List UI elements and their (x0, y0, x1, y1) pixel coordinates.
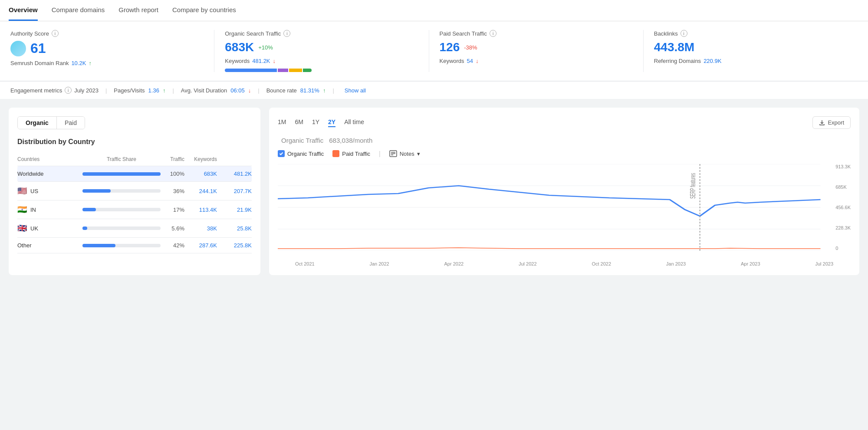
show-all-link[interactable]: Show all (345, 87, 366, 94)
separator-3: | (258, 87, 259, 94)
keyword-bar-1 (225, 69, 277, 72)
tab-overview[interactable]: Overview (9, 0, 38, 21)
authority-score-card: Authority Score i 61 Semrush Domain Rank… (10, 30, 214, 72)
arrow-down-icon-2: ↓ (476, 58, 479, 64)
paid-line (278, 248, 821, 249)
metrics-bar: Authority Score i 61 Semrush Domain Rank… (0, 21, 868, 81)
authority-score-sub: Semrush Domain Rank 10.2K ↑ (10, 60, 204, 66)
table-row-other[interactable]: Other 42% 287.6K 225.8K (17, 238, 252, 253)
toggle-paid[interactable]: Paid (57, 117, 85, 129)
legend-separator: | (379, 150, 381, 157)
main-content: Organic Paid Distribution by Country Cou… (0, 99, 868, 284)
bar-us (82, 189, 161, 193)
separator-2: | (172, 87, 174, 94)
backlinks-label: Backlinks i (654, 30, 847, 37)
time-tabs: 1M 6M 1Y 2Y All time (278, 118, 364, 127)
backlinks-value: 443.8M (654, 40, 847, 54)
score-circle-icon (10, 41, 26, 56)
backlinks-card: Backlinks i 443.8M Referring Domains 220… (644, 30, 858, 72)
chart-svg: SERP features (278, 164, 851, 251)
notes-button[interactable]: Notes ▾ (389, 150, 420, 157)
time-tab-1y[interactable]: 1Y (312, 118, 319, 127)
country-uk: 🇬🇧 UK (17, 223, 82, 233)
pages-visits-arrow: ↑ (163, 87, 166, 94)
engagement-bar: Engagement metrics i July 2023 | Pages/V… (0, 81, 868, 99)
backlinks-info-icon[interactable]: i (681, 30, 687, 37)
distribution-title: Distribution by Country (17, 138, 252, 146)
keyword-distribution-bars (225, 69, 312, 72)
left-panel: Organic Paid Distribution by Country Cou… (9, 108, 260, 275)
chart-title: Organic Traffic 683,038/month (278, 136, 851, 145)
toggle-organic[interactable]: Organic (18, 117, 57, 129)
authority-info-icon[interactable]: i (52, 30, 59, 37)
table-header: Countries Traffic Share Traffic Keywords (17, 153, 252, 166)
organic-line (278, 186, 821, 216)
table-row-us[interactable]: 🇺🇸 US 36% 244.1K 207.7K (17, 182, 252, 200)
keyword-bar-3 (289, 69, 302, 72)
country-other: Other (17, 242, 82, 249)
tab-compare-countries[interactable]: Compare by countries (172, 0, 236, 21)
paid-info-icon[interactable]: i (490, 30, 496, 37)
tab-growth-report[interactable]: Growth report (118, 0, 158, 21)
organic-search-card: Organic Search Traffic i 683K +10% Keywo… (214, 30, 429, 72)
organic-keywords-sub: Keywords 481.2K ↓ (225, 58, 418, 64)
chart-area: SERP features 913.3K 685K 456.6K 228.3K … (278, 164, 851, 259)
paid-search-card: Paid Search Traffic i 126 -38% Keywords … (429, 30, 644, 72)
bar-uk (82, 226, 161, 230)
country-in: 🇮🇳 IN (17, 205, 82, 214)
bounce-arrow: ↑ (323, 87, 326, 94)
bar-in (82, 208, 161, 211)
paid-search-label: Paid Search Traffic i (440, 30, 633, 37)
legend-paid: Paid Traffic (332, 150, 370, 157)
arrow-down-icon: ↓ (273, 58, 276, 64)
x-axis-labels: Oct 2021 Jan 2022 Apr 2022 Jul 2022 Oct … (278, 259, 851, 266)
country-worldwide: Worldwide (17, 171, 82, 177)
serp-label: SERP features (689, 173, 697, 199)
nav-tabs: Overview Compare domains Growth report C… (0, 0, 868, 21)
toggle-tabs: Organic Paid (17, 116, 85, 129)
time-tab-2y[interactable]: 2Y (328, 118, 335, 127)
bar-other (82, 244, 161, 247)
paid-search-value: 126 -38% (440, 40, 633, 54)
chart-controls: 1M 6M 1Y 2Y All time Export (278, 116, 851, 129)
authority-score-value: 61 (10, 40, 204, 56)
table-row-in[interactable]: 🇮🇳 IN 17% 113.4K 21.9K (17, 200, 252, 219)
organic-info-icon[interactable]: i (283, 30, 290, 37)
separator-4: | (332, 87, 334, 94)
engagement-label: Engagement metrics i July 2023 (10, 87, 99, 94)
time-tab-alltime[interactable]: All time (344, 118, 364, 127)
country-us: 🇺🇸 US (17, 186, 82, 196)
backlinks-sub: Referring Domains 220.9K (654, 58, 847, 64)
right-panel: 1M 6M 1Y 2Y All time Export Organic Traf… (269, 108, 859, 275)
arrow-up-icon: ↑ (89, 60, 92, 66)
keyword-bar-2 (278, 69, 288, 72)
notes-icon (389, 150, 397, 157)
organic-check-icon (278, 150, 285, 157)
bar-worldwide (82, 172, 161, 176)
engagement-info-icon[interactable]: i (65, 87, 72, 94)
time-tab-6m[interactable]: 6M (295, 118, 303, 127)
y-axis-labels: 913.3K 685K 456.6K 228.3K 0 (835, 164, 851, 251)
legend-organic: Organic Traffic (278, 150, 324, 157)
paid-keywords-sub: Keywords 54 ↓ (440, 58, 633, 64)
keyword-bar-4 (303, 69, 312, 72)
separator-1: | (105, 87, 107, 94)
table-row-uk[interactable]: 🇬🇧 UK 5.6% 38K 25.8K (17, 219, 252, 238)
table-row-worldwide[interactable]: Worldwide 100% 683K 481.2K (17, 166, 252, 182)
export-button[interactable]: Export (812, 116, 851, 129)
authority-score-label: Authority Score i (10, 30, 204, 37)
avg-visit-arrow: ↓ (248, 87, 251, 94)
paid-check-icon (332, 150, 339, 157)
time-tab-1m[interactable]: 1M (278, 118, 286, 127)
organic-search-label: Organic Search Traffic i (225, 30, 418, 37)
tab-compare-domains[interactable]: Compare domains (52, 0, 105, 21)
chart-legend: Organic Traffic Paid Traffic | Notes ▾ (278, 150, 851, 157)
export-icon (819, 120, 825, 126)
organic-search-value: 683K +10% (225, 40, 418, 54)
